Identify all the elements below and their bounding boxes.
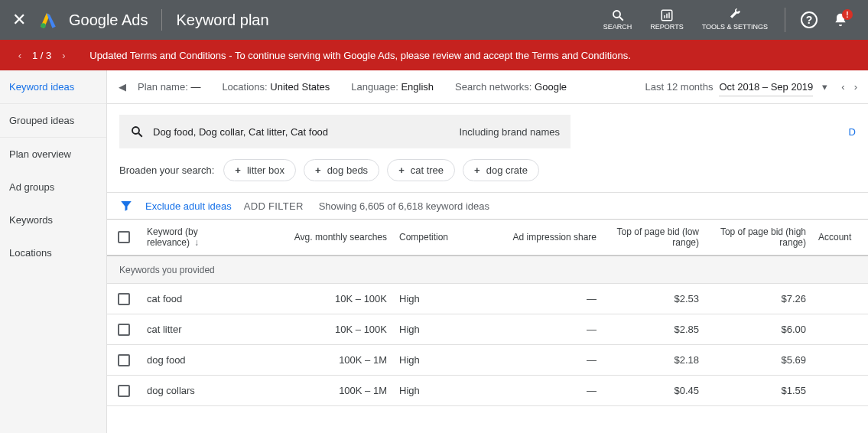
plus-icon: + xyxy=(474,164,480,176)
cell-searches: 10K – 100K xyxy=(248,293,393,304)
search-label: SEARCH xyxy=(603,24,632,31)
search-icon xyxy=(130,125,144,138)
brand-toggle[interactable]: Including brand names xyxy=(459,126,560,138)
cell-impression: — xyxy=(496,354,603,366)
app-header: ✕ Google Ads Keyword plan SEARCH REPORTS… xyxy=(0,0,868,40)
notif-next-icon[interactable]: › xyxy=(56,50,71,61)
broaden-search-row: Broaden your search: +litter box +dog be… xyxy=(107,159,868,192)
sidebar-item-plan-overview[interactable]: Plan overview xyxy=(0,138,106,171)
cell-keyword: dog collars xyxy=(141,385,248,396)
plan-settings-bar: ◀ Plan name: — Locations: United States … xyxy=(107,70,868,104)
svg-rect-6 xyxy=(668,12,670,18)
table-row: cat food10K – 100KHigh—$2.53$7.26 xyxy=(107,284,868,314)
sidebar-item-keyword-ideas[interactable]: Keyword ideas xyxy=(0,70,106,104)
row-checkbox[interactable] xyxy=(118,354,130,366)
keyword-table: Keyword (by relevance)↓ Avg. monthly sea… xyxy=(107,219,868,406)
cell-bid-high: $6.00 xyxy=(705,324,812,335)
row-checkbox[interactable] xyxy=(118,385,130,397)
sidebar-item-keywords[interactable]: Keywords xyxy=(0,203,106,236)
cell-searches: 100K – 1M xyxy=(248,354,393,366)
table-header: Keyword (by relevance)↓ Avg. monthly sea… xyxy=(107,220,868,256)
cell-competition: High xyxy=(393,385,496,396)
tools-settings-tool[interactable]: TOOLS & SETTINGS xyxy=(702,8,768,31)
broaden-label: Broaden your search: xyxy=(119,164,214,176)
reports-tool[interactable]: REPORTS xyxy=(650,8,683,31)
back-icon[interactable]: ◀ xyxy=(113,78,132,96)
plus-icon: + xyxy=(315,164,321,176)
svg-rect-4 xyxy=(664,15,665,18)
reports-icon xyxy=(660,8,674,22)
svg-point-7 xyxy=(132,127,139,134)
search-networks[interactable]: Search networks: Google xyxy=(455,81,567,93)
svg-point-1 xyxy=(613,11,620,18)
date-next-icon[interactable]: › xyxy=(854,81,857,93)
chip-dog-crate[interactable]: +dog crate xyxy=(463,159,539,181)
help-icon[interactable]: ? xyxy=(801,11,818,28)
sidebar-item-ad-groups[interactable]: Ad groups xyxy=(0,171,106,203)
row-checkbox[interactable] xyxy=(118,293,130,305)
page-title: Keyword plan xyxy=(176,11,268,29)
cell-competition: High xyxy=(393,324,496,335)
select-all-checkbox[interactable] xyxy=(118,231,130,243)
col-bid-high[interactable]: Top of page bid (high range) xyxy=(705,226,812,248)
svg-point-0 xyxy=(41,23,46,28)
cell-bid-low: $2.18 xyxy=(603,354,705,366)
notif-rest: - To continue serving with Google Ads, p… xyxy=(226,50,631,61)
col-impression[interactable]: Ad impression share xyxy=(496,232,603,243)
svg-rect-5 xyxy=(666,14,668,18)
col-competition[interactable]: Competition xyxy=(393,232,496,243)
notif-prev-icon[interactable]: ‹ xyxy=(12,50,28,61)
col-searches[interactable]: Avg. monthly searches xyxy=(248,232,393,243)
col-account[interactable]: Account xyxy=(812,232,858,243)
cell-competition: High xyxy=(393,354,496,366)
chip-litter-box[interactable]: +litter box xyxy=(223,159,296,181)
search-icon xyxy=(611,8,625,22)
notif-text: Updated Terms and Conditions - To contin… xyxy=(89,50,630,61)
cell-keyword: cat litter xyxy=(141,324,248,335)
cell-searches: 10K – 100K xyxy=(248,324,393,335)
col-keyword[interactable]: Keyword (by relevance)↓ xyxy=(141,226,248,248)
plus-icon: + xyxy=(398,164,405,176)
cell-bid-high: $5.69 xyxy=(705,354,812,366)
main-content: ◀ Plan name: — Locations: United States … xyxy=(107,70,868,433)
plan-name[interactable]: Plan name: — xyxy=(138,81,200,93)
chip-dog-beds[interactable]: +dog beds xyxy=(304,159,379,181)
cell-bid-low: $2.53 xyxy=(603,293,705,304)
divider xyxy=(161,9,162,31)
date-range-label: Last 12 months xyxy=(645,81,714,93)
chip-cat-tree[interactable]: +cat tree xyxy=(387,159,455,181)
row-checkbox[interactable] xyxy=(118,324,130,336)
exclude-adult-link[interactable]: Exclude adult ideas xyxy=(145,200,232,212)
cell-impression: — xyxy=(496,385,603,396)
notif-bold: Updated Terms and Conditions xyxy=(89,50,226,61)
cell-searches: 100K – 1M xyxy=(248,385,393,396)
search-text: Dog food, Dog collar, Cat litter, Cat fo… xyxy=(153,126,459,138)
search-row: Dog food, Dog collar, Cat litter, Cat fo… xyxy=(107,104,868,159)
download-link[interactable]: D xyxy=(849,126,856,138)
date-range-picker[interactable]: Oct 2018 – Sep 2019 xyxy=(719,78,813,96)
col-bid-low[interactable]: Top of page bid (low range) xyxy=(603,226,705,248)
bell-badge: ! xyxy=(842,9,853,20)
cell-keyword: dog food xyxy=(141,354,248,366)
brand-title: Google Ads xyxy=(69,11,148,29)
svg-line-2 xyxy=(619,17,623,21)
language[interactable]: Language: English xyxy=(351,81,434,93)
add-filter-button[interactable]: ADD FILTER xyxy=(244,200,304,212)
sidebar-item-locations[interactable]: Locations xyxy=(0,236,106,269)
google-ads-logo-icon xyxy=(38,10,58,30)
cell-bid-low: $0.45 xyxy=(603,385,705,396)
svg-line-8 xyxy=(138,133,142,137)
search-tool[interactable]: SEARCH xyxy=(603,8,632,31)
date-prev-icon[interactable]: ‹ xyxy=(841,81,844,93)
filter-icon[interactable] xyxy=(119,199,133,213)
notifications-bell[interactable]: ! xyxy=(833,12,848,28)
filter-row: Exclude adult ideas ADD FILTER Showing 6… xyxy=(107,192,868,219)
date-dropdown-icon[interactable]: ▾ xyxy=(822,81,827,93)
locations[interactable]: Locations: United States xyxy=(222,81,330,93)
sidebar-item-grouped-ideas[interactable]: Grouped ideas xyxy=(0,104,106,138)
sidebar: Keyword ideas Grouped ideas Plan overvie… xyxy=(0,70,107,433)
keyword-search-box[interactable]: Dog food, Dog collar, Cat litter, Cat fo… xyxy=(119,115,571,148)
close-icon[interactable]: ✕ xyxy=(12,10,26,30)
table-row: dog food100K – 1MHigh—$2.18$5.69 xyxy=(107,345,868,376)
table-section-header: Keywords you provided xyxy=(107,256,868,284)
